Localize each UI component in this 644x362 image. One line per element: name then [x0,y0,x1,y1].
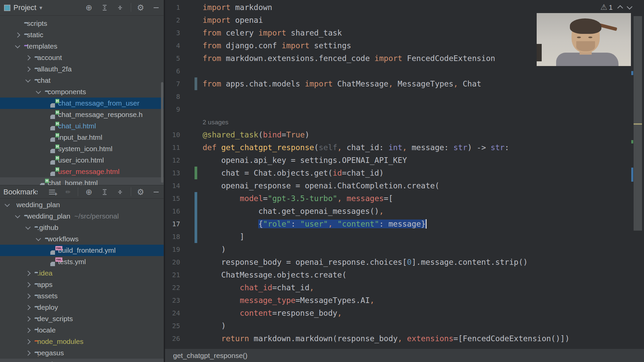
next-problem-icon[interactable] [627,4,632,10]
line-number[interactable]: 10 [165,128,180,141]
vcs-change-marker[interactable] [195,205,197,218]
tree-item-static[interactable]: static [0,29,164,41]
line-number[interactable]: 7 [165,77,180,90]
code-line-22[interactable]: 22 chat_id=chat_id, [165,281,644,294]
code-line-23[interactable]: 23 message_type=MessageTypes.AI, [165,294,644,307]
vcs-change-marker[interactable] [195,77,197,90]
tree-item-deploy[interactable]: deploy [0,302,164,313]
vcs-change-marker[interactable] [195,218,197,230]
usages-inlay-hint[interactable]: 2 usages [165,116,644,128]
tree-item-chat-ui-html[interactable]: Hchat_ui.html [0,120,164,132]
chevron-collapsed-icon[interactable] [25,350,31,356]
tree-item-scripts[interactable]: scripts [0,18,164,29]
line-number[interactable]: 1 [165,1,180,14]
tree-item-node-modules[interactable]: node_modules [0,336,164,347]
line-number[interactable]: 19 [165,243,180,256]
hide-panel-icon[interactable] [151,187,161,197]
code-line-7[interactable]: 7from apps.chat.models import ChatMessag… [165,77,644,90]
chevron-collapsed-icon[interactable] [25,316,31,321]
code-line-10[interactable]: 10@shared_task(bind=True) [165,128,644,141]
code-line-21[interactable]: 21 ChatMessage.objects.create( [165,268,644,281]
tree-item-components[interactable]: components [0,86,164,98]
line-number[interactable]: 20 [165,256,180,268]
code-line-14[interactable]: 14 openai_response = openai.ChatCompleti… [165,179,644,192]
tree-item-apps[interactable]: apps [0,279,164,290]
line-number[interactable]: 4 [165,39,180,52]
tree-item-input-bar-html[interactable]: Hinput_bar.html [0,132,164,143]
line-number[interactable]: 25 [165,319,180,332]
tree-item-allauth-2fa[interactable]: allauth_2fa [0,63,164,75]
project-tree-scrollbar[interactable] [161,82,163,183]
tree-item-system-icon-html[interactable]: Hsystem_icon.html [0,143,164,155]
chevron-expanded-icon[interactable] [25,224,31,230]
code-line-19[interactable]: 19 ) [165,243,644,256]
line-number[interactable]: 2 [165,14,180,26]
tree-item-dev-scripts[interactable]: dev_scripts [0,313,164,324]
chevron-collapsed-icon[interactable] [25,293,31,299]
select-opened-file-icon[interactable]: ⊕ [84,187,94,197]
line-number[interactable]: 13 [165,167,180,179]
line-number[interactable]: 22 [165,281,180,294]
vcs-change-marker[interactable] [195,167,197,179]
tree-item-requirements[interactable]: requirements [0,359,164,362]
chevron-collapsed-icon[interactable] [25,55,31,60]
line-number[interactable]: 5 [165,52,180,65]
line-number[interactable]: 9 [165,103,180,116]
code-line-11[interactable]: 11def get_chatgpt_response(self, chat_id… [165,141,644,154]
code-line-17[interactable]: 17 {"role": "user", "content": message} [165,218,644,230]
chevron-collapsed-icon[interactable] [25,339,31,344]
chevron-collapsed-icon[interactable] [15,32,20,38]
line-number[interactable]: 24 [165,307,180,319]
tree-item-chat[interactable]: chat [0,75,164,86]
code-line-6[interactable]: 6 [165,65,644,77]
chevron-collapsed-icon[interactable] [25,282,31,287]
previous-problem-icon[interactable] [617,5,623,11]
chevron-down-icon[interactable]: ▾ [39,4,42,11]
tree-item-assets[interactable]: assets [0,290,164,302]
tree-item-wedding-plan[interactable]: wedding_plan~/src/personal [0,210,164,222]
chevron-expanded-icon[interactable] [36,236,41,241]
line-number[interactable]: 6 [165,65,180,77]
line-number[interactable]: 26 [165,332,180,345]
tree-item-templates[interactable]: templates [0,41,164,52]
breadcrumb-item[interactable]: get_chatgpt_response() [173,352,248,360]
collapse-all-icon[interactable] [115,3,125,13]
line-number[interactable]: 23 [165,294,180,307]
code-line-26[interactable]: 26 return markdown.markdown(response_bod… [165,332,644,345]
tree-item-chat-message-from-user[interactable]: Hchat_message_from_user [0,98,164,109]
code-line-25[interactable]: 25 ) [165,319,644,332]
add-bookmark-icon[interactable]: + [47,187,57,197]
line-number[interactable]: 12 [165,154,180,167]
expand-all-icon[interactable] [100,187,110,197]
code-line-15[interactable]: 15 model="gpt-3.5-turbo", messages=[ [165,192,644,205]
chevron-collapsed-icon[interactable] [25,327,31,333]
chevron-expanded-icon[interactable] [25,77,31,82]
expand-all-icon[interactable] [100,3,110,13]
chevron-expanded-icon[interactable] [15,43,20,48]
code-line-8[interactable]: 8 [165,90,644,103]
line-number[interactable]: 17 [165,218,180,230]
chevron-collapsed-icon[interactable] [25,66,31,72]
tree-item-chat-message-response-h[interactable]: Hchat_message_response.h [0,109,164,120]
tree-item-workflows[interactable]: workflows [0,233,164,245]
vcs-change-marker[interactable] [195,230,197,243]
select-opened-file-icon[interactable]: ⊕ [84,3,94,13]
code-line-12[interactable]: 12 openai.api_key = settings.OPENAI_API_… [165,154,644,167]
gear-icon[interactable]: ⚙ [136,3,146,13]
chevron-collapsed-icon[interactable] [25,270,31,276]
tree-item-locale[interactable]: locale [0,324,164,336]
line-number[interactable]: 21 [165,268,180,281]
tree-item-tests-yml[interactable]: YMLtests.yml [0,256,164,267]
edit-bookmark-icon[interactable]: ✏ [63,187,73,197]
code-line-13[interactable]: 13 chat = Chat.objects.get(id=chat_id) [165,167,644,179]
line-number[interactable]: 14 [165,179,180,192]
tree-item-pegasus[interactable]: pegasus [0,347,164,359]
line-number[interactable]: 3 [165,26,180,39]
code-line-1[interactable]: 1import markdown [165,1,644,14]
tree-item--idea[interactable]: .idea [0,267,164,279]
line-number[interactable]: 11 [165,141,180,154]
hide-panel-icon[interactable] [151,3,161,13]
tree-item-account[interactable]: account [0,52,164,63]
tree-item-user-message-html[interactable]: Huser_message.html [0,166,164,177]
chevron-expanded-icon[interactable] [5,201,10,207]
